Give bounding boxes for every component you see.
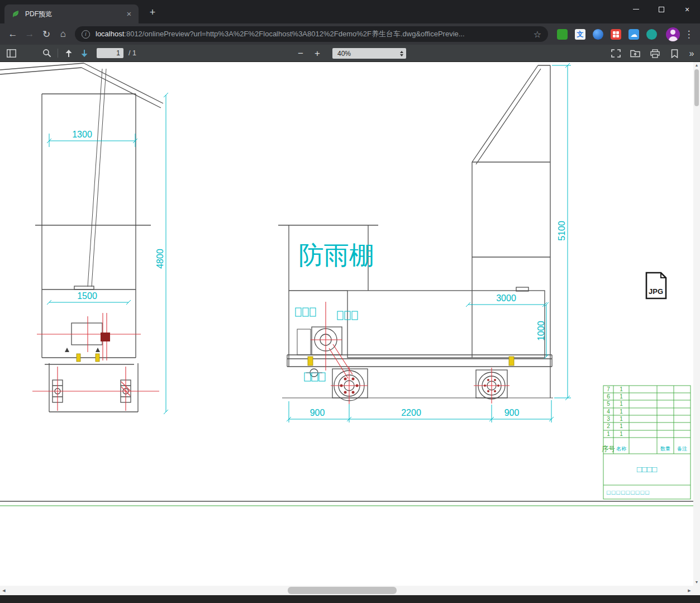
row-number: 4 — [607, 409, 610, 415]
maximize-button[interactable] — [649, 0, 674, 18]
qty-cell: 1 — [620, 401, 623, 407]
home-button[interactable]: ⌂ — [55, 26, 72, 42]
search-icon — [42, 49, 51, 58]
title-block-grid — [603, 386, 691, 499]
avatar-head — [670, 30, 675, 35]
minimize-icon — [633, 9, 639, 10]
browser-menu-button[interactable]: ⋮ — [682, 29, 696, 40]
translate-extension-icon[interactable]: 文 — [575, 29, 585, 40]
horizontal-scrollbar-thumb[interactable] — [288, 587, 397, 594]
sidebar-toggle-icon — [7, 49, 16, 58]
extension-icon-3[interactable] — [593, 29, 603, 40]
qty-cell: 1 — [620, 386, 623, 392]
jpg-label: JPG — [649, 287, 663, 296]
pdf-page-content: 1300 4800 1500 — [0, 62, 693, 586]
horizontal-scrollbar[interactable]: ◀ ▶ — [0, 586, 693, 595]
row-number: 7 — [607, 386, 610, 392]
zoom-select[interactable]: 40% — [332, 48, 406, 59]
dim-4800: 4800 — [155, 249, 165, 269]
tab-title: PDF预览 — [25, 10, 124, 19]
open-file-button[interactable] — [627, 47, 643, 60]
window-controls: × — [623, 0, 700, 18]
jpg-file-icon: JPG — [646, 273, 666, 298]
bookmark-icon — [671, 49, 678, 58]
profile-avatar[interactable] — [666, 27, 680, 41]
minimize-button[interactable] — [623, 0, 649, 18]
vertical-scrollbar-thumb[interactable] — [694, 69, 699, 106]
address-bar[interactable]: i localhost:8012/onlinePreview?url=http%… — [75, 26, 548, 42]
front-view-dim-lines — [47, 93, 168, 414]
page-up-icon — [65, 49, 73, 58]
scrollbar-corner — [693, 586, 700, 595]
previous-page-button[interactable] — [61, 46, 77, 60]
zoom-value: 40% — [337, 50, 400, 58]
pdf-toolbar: / 1 − + 40% — [0, 45, 700, 62]
print-icon — [650, 49, 660, 58]
dim-2200: 2200 — [401, 408, 421, 417]
toolbar-separator — [58, 49, 58, 58]
dim-1000: 1000 — [536, 321, 546, 341]
extension-icon-6[interactable] — [646, 29, 657, 40]
vertical-scrollbar[interactable]: ▲ ▼ — [693, 62, 700, 586]
title-block-col-serial: 序号 — [602, 445, 615, 453]
print-button[interactable] — [647, 47, 663, 60]
scroll-left-button[interactable]: ◀ — [0, 586, 8, 595]
title-block-row-numbers: 7 6 5 4 3 2 1 — [607, 386, 610, 437]
sidebar-toggle-button[interactable] — [3, 46, 19, 60]
title-block-qty-column: 1 1 1 1 1 1 1 — [620, 386, 623, 437]
zoom-controls: − + 40% — [292, 45, 406, 62]
close-button[interactable]: × — [674, 0, 700, 18]
extension-icon-4[interactable] — [611, 29, 621, 40]
fullscreen-icon — [611, 49, 621, 58]
cloud-extension-icon[interactable]: ☁ — [628, 29, 639, 40]
presentation-mode-button[interactable] — [608, 47, 623, 60]
browser-tab[interactable]: PDF预览 × — [4, 4, 139, 23]
rain-shelter-label: 防雨棚 — [299, 241, 374, 269]
side-view-structure — [278, 65, 553, 401]
cad-drawing: 1300 4800 1500 — [0, 62, 693, 586]
front-view-brake-block — [101, 333, 110, 341]
pdf-toolbar-right: » — [608, 45, 697, 62]
qty-cell: 1 — [620, 393, 623, 400]
scroll-up-button[interactable]: ▲ — [693, 62, 700, 69]
site-info-icon[interactable]: i — [82, 30, 90, 39]
reload-button[interactable]: ↻ — [38, 26, 55, 42]
bookmark-button[interactable] — [666, 47, 682, 60]
page-number-input[interactable] — [97, 48, 123, 58]
side-view-cyan-details — [296, 308, 358, 381]
scroll-down-button[interactable]: ▼ — [693, 579, 700, 586]
window-titlebar: PDF预览 × + × — [0, 0, 700, 23]
url-path: :8012/onlinePreview?url=http%3A%2F%2Floc… — [124, 30, 464, 38]
more-tools-button[interactable]: » — [686, 45, 697, 62]
qty-cell: 1 — [620, 409, 623, 415]
bookmark-star-icon[interactable]: ☆ — [534, 29, 541, 40]
scroll-right-button[interactable]: ▶ — [685, 586, 693, 595]
browser-navbar: ← → ↻ ⌂ i localhost:8012/onlinePreview?u… — [0, 23, 700, 45]
title-block-col-qty: 数量 — [660, 446, 670, 452]
dim-1500: 1500 — [77, 291, 97, 301]
row-number: 1 — [607, 431, 610, 437]
find-button[interactable] — [39, 46, 55, 60]
extension-grid-dots — [613, 31, 616, 34]
extension-icon-1[interactable] — [557, 29, 568, 40]
tab-favicon-leaf-icon — [11, 10, 20, 18]
forward-button[interactable]: → — [21, 26, 38, 42]
zoom-out-button[interactable]: − — [292, 48, 309, 59]
page-down-icon — [80, 49, 88, 58]
dim-900-left: 900 — [310, 408, 325, 417]
dim-1300: 1300 — [72, 130, 92, 139]
qty-cell: 1 — [620, 431, 623, 437]
back-button[interactable]: ← — [4, 26, 21, 42]
tab-close-icon[interactable]: × — [124, 9, 134, 19]
side-view-centerlines — [306, 302, 509, 404]
new-tab-button[interactable]: + — [145, 6, 160, 20]
maximize-icon — [659, 7, 664, 12]
next-page-button[interactable] — [77, 46, 92, 60]
url-text: localhost:8012/onlinePreview?url=http%3A… — [96, 29, 529, 39]
dim-3000: 3000 — [496, 293, 516, 303]
row-number: 3 — [607, 416, 610, 422]
extensions-row: 文 ☁ — [557, 29, 657, 40]
zoom-in-button[interactable]: + — [309, 48, 326, 59]
title-block-col-name: 名称 — [616, 446, 626, 452]
front-view-dim-labels: 1300 4800 1500 — [72, 130, 165, 301]
